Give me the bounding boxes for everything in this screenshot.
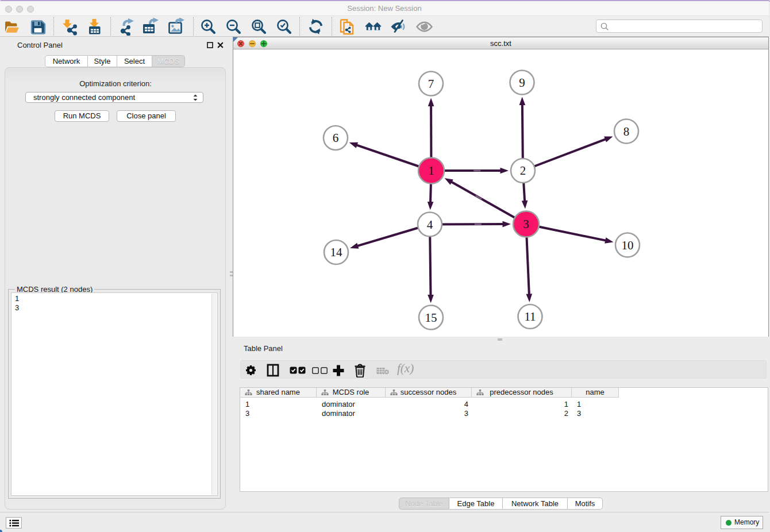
svg-text:14: 14	[330, 245, 343, 259]
svg-text:8: 8	[623, 125, 630, 138]
svg-text:1: 1	[428, 164, 434, 178]
svg-text:3: 3	[523, 217, 529, 231]
svg-text:9: 9	[519, 76, 525, 90]
svg-text:4: 4	[427, 218, 433, 232]
svg-text:2: 2	[520, 164, 526, 178]
svg-text:7: 7	[428, 77, 434, 91]
svg-text:10: 10	[622, 238, 634, 252]
svg-text:11: 11	[524, 310, 536, 323]
svg-text:15: 15	[425, 311, 437, 325]
svg-text:6: 6	[333, 131, 339, 145]
